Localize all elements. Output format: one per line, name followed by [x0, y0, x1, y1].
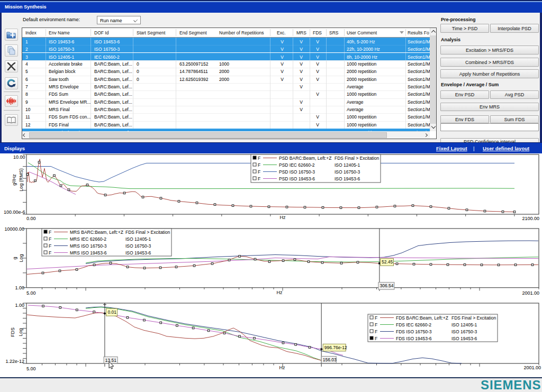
svg-text:F: F: [258, 169, 260, 175]
svg-text:Log: Log: [18, 328, 23, 336]
svg-text:FDS IEC 62660-2: FDS IEC 62660-2: [396, 322, 431, 327]
svg-text:1.00: 1.00: [15, 303, 24, 308]
svg-text:10000.00: 10000.00: [4, 226, 24, 232]
svg-text:MRS ISO 19453-6: MRS ISO 19453-6: [70, 250, 107, 256]
svg-text:g: g: [12, 257, 17, 259]
svg-text:2100.00: 2100.00: [522, 216, 539, 221]
svg-text:Hz: Hz: [279, 365, 285, 370]
svg-text:100.00e-6: 100.00e-6: [4, 209, 25, 215]
svg-text:FDS ISO 16750-3: FDS ISO 16750-3: [396, 329, 432, 334]
svg-text:PSD IEC 62660-2: PSD IEC 62660-2: [279, 162, 315, 168]
svg-text:10.00: 10.00: [13, 154, 25, 160]
svg-text:156.03: 156.03: [323, 357, 337, 362]
svg-text:F: F: [258, 162, 260, 168]
svg-text:F: F: [49, 243, 51, 249]
svg-text:ISO 16750-3: ISO 16750-3: [451, 329, 477, 334]
svg-text:2001.00: 2001.00: [523, 365, 541, 370]
svg-text:F: F: [375, 322, 377, 327]
svg-text:g²/Hz: g²/Hz: [12, 174, 17, 186]
svg-text:Hz: Hz: [280, 215, 286, 220]
svg-text:0.01: 0.01: [108, 309, 117, 315]
svg-text:1.00: 1.00: [15, 285, 24, 290]
svg-text:FDS ISO 19453-6: FDS ISO 19453-6: [396, 336, 432, 341]
svg-text:PSD ISO 16750-3: PSD ISO 16750-3: [279, 169, 315, 175]
svg-text:FDS Final > Excitation: FDS Final > Excitation: [451, 315, 496, 321]
svg-text:F: F: [258, 156, 260, 161]
svg-text:ISO 12405-1: ISO 12405-1: [451, 322, 477, 327]
svg-text:13.51: 13.51: [105, 358, 117, 363]
svg-text:0.00: 0.00: [26, 216, 36, 221]
svg-text:Hz: Hz: [277, 290, 283, 295]
svg-text:Log: Log: [19, 254, 24, 262]
svg-text:Log (RMS): Log (RMS): [19, 168, 24, 192]
svg-text:306.54: 306.54: [380, 283, 394, 288]
svg-text:996.76e-12: 996.76e-12: [324, 345, 347, 350]
svg-text:MRS ISO 16750-3: MRS ISO 16750-3: [70, 243, 107, 249]
svg-text:F: F: [258, 176, 260, 181]
svg-text:5.00: 5.00: [26, 290, 36, 296]
svg-text:PSD ISO 19453-6: PSD ISO 19453-6: [279, 176, 315, 181]
svg-text:ISO 16750-3: ISO 16750-3: [125, 243, 151, 249]
svg-text:ISO 12405-1: ISO 12405-1: [125, 236, 151, 242]
svg-text:MRS IEC 62660-2: MRS IEC 62660-2: [70, 236, 106, 242]
svg-text:PSD BARC:Beam, Left:+Z: PSD BARC:Beam, Left:+Z: [279, 156, 331, 161]
svg-text:ISO 19453-6: ISO 19453-6: [335, 176, 360, 181]
svg-text:1.22e-12: 1.22e-12: [5, 359, 24, 364]
svg-text:5.00: 5.00: [26, 366, 36, 371]
svg-text:FDS BARC:Beam, Left:+Z: FDS BARC:Beam, Left:+Z: [396, 315, 448, 321]
svg-text:F: F: [49, 250, 51, 256]
svg-text:F: F: [375, 315, 377, 321]
svg-text:MRS BARC:Beam, Left:+Z: MRS BARC:Beam, Left:+Z: [70, 230, 123, 235]
svg-text:ISO 16750-3: ISO 16750-3: [335, 169, 360, 175]
svg-text:FDS Final > Excitation: FDS Final > Excitation: [125, 230, 170, 235]
svg-text:ISO 19453-6: ISO 19453-6: [451, 336, 477, 341]
svg-text:F: F: [49, 230, 51, 235]
svg-text:FDS Final > Excitation: FDS Final > Excitation: [335, 156, 380, 161]
svg-text:2001.00: 2001.00: [522, 290, 539, 296]
svg-text:ISO 19453-6: ISO 19453-6: [125, 250, 151, 256]
svg-text:52.45: 52.45: [382, 259, 393, 265]
svg-text:F: F: [49, 236, 51, 242]
svg-text:F: F: [375, 336, 377, 341]
svg-text:FDS: FDS: [10, 327, 15, 337]
svg-text:ISO 12405-1: ISO 12405-1: [335, 162, 360, 168]
svg-text:F: F: [375, 329, 377, 334]
